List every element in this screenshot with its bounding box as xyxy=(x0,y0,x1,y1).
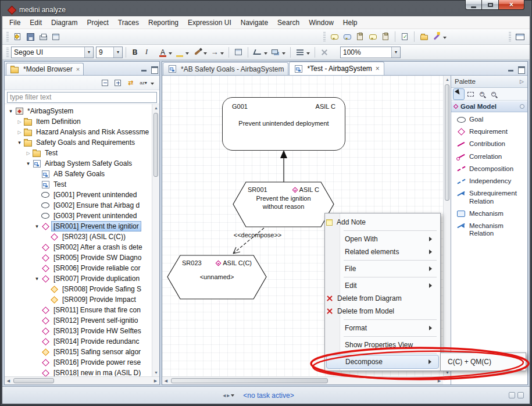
tree-item[interactable]: [SR011] Ensure that fire con xyxy=(5,305,152,315)
menu-item[interactable]: File xyxy=(5,17,25,29)
palette-item[interactable]: Mechanism Relation xyxy=(451,220,527,240)
context-menu-item[interactable]: Open With xyxy=(326,233,439,245)
tree-item[interactable]: [SR005] Provide SW Diagno xyxy=(5,252,152,263)
requirement-node-SR023[interactable]: SR023 ASIL C(C) <unnamed> xyxy=(167,255,266,299)
collapse-all-button[interactable] xyxy=(99,77,110,88)
tree-item[interactable]: Hazard Analysis and Risk Assessme xyxy=(5,127,152,137)
scroll-right-icon[interactable]: ▶ xyxy=(152,377,159,384)
context-menu-item[interactable]: Delete from Model xyxy=(326,305,439,318)
tree-expander-icon[interactable] xyxy=(33,276,41,282)
combo-dropdown-icon[interactable]: ▾ xyxy=(391,47,400,58)
palette-collapse-icon[interactable]: ▷ xyxy=(520,79,524,84)
nav-dropdown-icon[interactable] xyxy=(231,394,234,398)
tree-expander-icon[interactable] xyxy=(7,108,15,114)
tree-expander-icon[interactable] xyxy=(16,129,23,135)
active-task-label[interactable]: <no task active> xyxy=(243,391,294,400)
tree-item[interactable]: Test xyxy=(5,148,152,158)
submenu-item[interactable]: C(C) + QM(C) xyxy=(442,355,524,368)
print-button[interactable] xyxy=(37,30,49,43)
tree-item[interactable]: [SR001] Prevent the ignitior xyxy=(5,221,152,232)
view-close-icon[interactable]: × xyxy=(76,66,80,73)
tree-item[interactable]: *AirbagSystem xyxy=(5,106,152,116)
tree-item[interactable]: [G003] Prevent unintended xyxy=(5,211,152,221)
view-maximize-button[interactable] xyxy=(150,66,158,73)
tree-horizontal-scrollbar[interactable]: ◀ ▶ xyxy=(5,376,159,384)
menu-item[interactable]: Navigate xyxy=(236,17,273,29)
tree-item[interactable]: [SR023] (ASIL C(C)) xyxy=(5,232,152,242)
menu-item[interactable]: Search xyxy=(273,17,304,29)
canvas-vertical-scrollbar[interactable]: ▲ ▼ xyxy=(443,76,451,376)
scroll-up-icon[interactable]: ▲ xyxy=(444,76,451,83)
dropdown-arrow-icon[interactable] xyxy=(169,52,172,56)
filter-input[interactable] xyxy=(7,92,157,103)
router-button[interactable] xyxy=(251,46,264,59)
checklist-button[interactable] xyxy=(398,30,411,43)
goal-node-G001[interactable]: G001 ASIL C Prevent unintended deploymen… xyxy=(222,97,345,151)
tree-item[interactable]: [SR013] Provide HW Selftes xyxy=(5,326,152,336)
context-menu-item[interactable]: Show Properties View xyxy=(326,339,439,351)
tree-item[interactable]: Test xyxy=(5,179,152,190)
tree-item[interactable]: Item Definition xyxy=(5,116,152,127)
requirement-node-SR001[interactable]: SR001 ASIL C Prevent the ignition withou… xyxy=(233,182,334,227)
font-size-combo[interactable]: 9 ▾ xyxy=(96,47,123,58)
context-menu-item[interactable]: File xyxy=(326,262,439,275)
context-menu-item[interactable]: Add Note xyxy=(326,216,439,229)
scroll-right-icon[interactable]: ▶ xyxy=(435,377,443,384)
view-menu-icon[interactable] xyxy=(151,83,154,87)
zoom-out-button[interactable]: − xyxy=(488,89,499,99)
maximize-button[interactable] xyxy=(482,0,498,10)
view-minimize-button[interactable] xyxy=(140,66,148,73)
editor-tab[interactable]: *AB Safety Goals - AirbagSystem × xyxy=(163,62,288,75)
tree-item[interactable]: [SR014] Provide redundanc xyxy=(5,336,152,347)
layers-button[interactable] xyxy=(269,46,282,59)
tree-item[interactable]: [SR015] Safing sensor algor xyxy=(5,347,152,357)
font-color-button[interactable]: A xyxy=(157,47,169,58)
open-model-button[interactable] xyxy=(417,30,430,43)
combo-dropdown-icon[interactable]: ▾ xyxy=(84,47,93,58)
dropdown-arrow-icon[interactable] xyxy=(185,52,189,56)
minimize-button[interactable] xyxy=(465,0,482,10)
context-menu-item[interactable]: Edit xyxy=(326,279,439,292)
select-tool-button[interactable] xyxy=(454,89,464,99)
scroll-left-icon[interactable]: ◀ xyxy=(162,377,170,384)
quick-fix-button[interactable] xyxy=(430,30,443,43)
palette-item[interactable]: Independency xyxy=(451,175,527,187)
dropdown-arrow-icon[interactable] xyxy=(220,52,224,56)
comment-list-button[interactable] xyxy=(341,30,354,43)
tree-item[interactable]: [SR002] After a crash is dete xyxy=(5,242,152,252)
scroll-thumb[interactable] xyxy=(445,84,449,201)
tree-expander-icon[interactable] xyxy=(33,223,41,229)
link-with-editor-button[interactable]: ⇄ xyxy=(125,77,136,88)
context-menu-item[interactable]: Decompose xyxy=(327,355,438,368)
menu-item[interactable]: Project xyxy=(82,17,113,29)
menu-item[interactable]: Traces xyxy=(113,17,144,29)
bold-button[interactable]: B xyxy=(129,47,141,58)
tab-close-icon[interactable]: × xyxy=(376,65,380,73)
palette-item[interactable]: Mechanism xyxy=(451,208,527,220)
tree-item[interactable]: [G001] Prevent unintended xyxy=(5,190,152,200)
editor-tab[interactable]: *Test - AirbagSystem × xyxy=(289,62,384,75)
tree-item[interactable]: [SR006] Provide reliable cor xyxy=(5,263,152,273)
menu-item[interactable]: Help xyxy=(338,17,362,29)
menu-item[interactable]: Expression UI xyxy=(183,17,236,29)
context-menu-item[interactable]: Delete from Diagram xyxy=(326,292,439,305)
canvas-horizontal-scrollbar[interactable]: ◀ ▶ xyxy=(162,376,443,384)
toggle-grid-button[interactable] xyxy=(318,46,331,59)
tree-item[interactable]: [SR018] new in ma (ASIL D) xyxy=(5,368,152,376)
drawer-pin-icon[interactable] xyxy=(520,104,524,109)
dropdown-arrow-icon[interactable] xyxy=(306,52,310,56)
palette-item[interactable]: Contribution xyxy=(451,138,527,150)
context-menu-item[interactable]: Related elements xyxy=(326,245,439,258)
menu-item[interactable]: Edit xyxy=(25,17,47,29)
tree-item[interactable]: [SR009] Provide Impact xyxy=(5,294,152,305)
dropdown-arrow-icon[interactable] xyxy=(443,37,447,41)
tree-expander-icon[interactable] xyxy=(24,150,32,156)
open-perspective-button[interactable] xyxy=(513,30,526,43)
palette-header[interactable]: Palette ▷ xyxy=(451,76,527,88)
new-wizard-button[interactable] xyxy=(11,30,24,43)
scroll-thumb[interactable] xyxy=(153,113,158,177)
tree-vertical-scrollbar[interactable]: ▲ ▼ xyxy=(152,104,159,376)
italic-button[interactable]: I xyxy=(141,47,152,58)
zoom-combo[interactable]: 100% ▾ xyxy=(340,47,401,58)
scroll-left-icon[interactable]: ◀ xyxy=(5,377,12,384)
